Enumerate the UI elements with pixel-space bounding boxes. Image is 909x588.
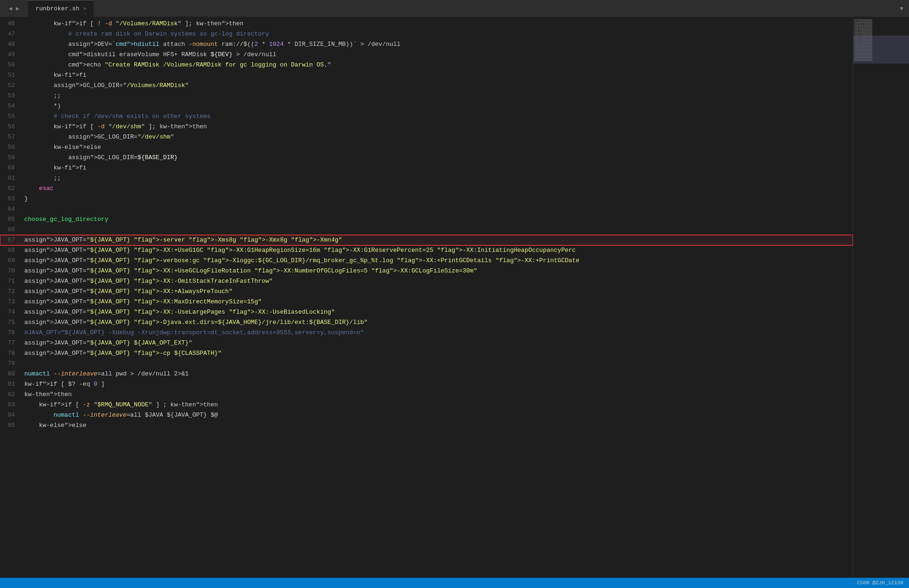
line-number: 70	[0, 266, 22, 276]
line-number: 59	[0, 153, 22, 163]
line-content: assign">JAVA_OPT="${JAVA_OPT} "flag">-XX…	[22, 276, 853, 287]
line-content: cmd">diskutil eraseVolume HFS+ RAMDisk $…	[22, 50, 853, 60]
code-line-83: 83 kw-if">if [ -z "$RMQ_NUMA_NODE" ] ; k…	[0, 400, 853, 410]
line-number: 77	[0, 338, 22, 348]
code-line-78: 78assign">JAVA_OPT="${JAVA_OPT} "flag">-…	[0, 348, 853, 359]
code-line-50: 50 cmd">echo "Create RAMDisk /Volumes/RA…	[0, 60, 853, 70]
line-number: 80	[0, 369, 22, 379]
code-line-72: 72assign">JAVA_OPT="${JAVA_OPT} "flag">-…	[0, 287, 853, 297]
code-line-53: 53 ;;	[0, 91, 853, 101]
line-number: 55	[0, 111, 22, 122]
line-number: 64	[0, 204, 22, 214]
line-number: 84	[0, 410, 22, 420]
line-content: kw-then">then	[22, 390, 853, 400]
line-content: assign">JAVA_OPT="${JAVA_OPT} "flag">-XX…	[22, 307, 853, 317]
code-line-66: 66	[0, 225, 853, 235]
line-number: 79	[0, 359, 22, 369]
main-content: 46 kw-if">if [ ! -d "/Volumes/RAMDisk" ]…	[0, 17, 909, 578]
line-content: assign">GC_LOG_DIR="/Volumes/RAMDisk"	[22, 81, 853, 91]
line-number: 71	[0, 276, 22, 287]
line-content: assign">JAVA_OPT="${JAVA_OPT} "flag">-XX…	[22, 287, 853, 297]
code-line-57: 57 assign">GC_LOG_DIR="/dev/shm"	[0, 132, 853, 142]
line-content: assign">JAVA_OPT="${JAVA_OPT} "flag">-cp…	[22, 348, 853, 359]
code-line-68: 68assign">JAVA_OPT="${JAVA_OPT} "flag">-…	[0, 245, 853, 256]
line-number: 68	[0, 245, 22, 256]
code-line-51: 51 kw-fi">fi	[0, 70, 853, 81]
nav-left-arrow[interactable]: ◀	[9, 5, 12, 12]
line-content: }	[22, 194, 853, 204]
code-line-82: 82kw-then">then	[0, 390, 853, 400]
line-number: 53	[0, 91, 22, 101]
line-content: assign">GC_LOG_DIR=${BASE_DIR}	[22, 153, 853, 163]
line-content: esac	[22, 184, 853, 194]
line-content: assign">GC_LOG_DIR="/dev/shm"	[22, 132, 853, 142]
line-number: 76	[0, 328, 22, 338]
code-line-76: 76#JAVA_OPT="${JAVA_OPT} -Xdebug -Xrunjd…	[0, 328, 853, 338]
code-line-47: 47 # create ram disk on Darwin systems a…	[0, 29, 853, 39]
top-bar-right: ▼	[900, 5, 909, 12]
line-number: 58	[0, 142, 22, 153]
line-number: 46	[0, 19, 22, 29]
code-line-80: 80numactl --interleave=all pwd > /dev/nu…	[0, 369, 853, 379]
line-content: kw-fi">fi	[22, 70, 853, 81]
line-content: ;;	[22, 173, 853, 184]
line-number: 48	[0, 39, 22, 50]
code-line-73: 73assign">JAVA_OPT="${JAVA_OPT} "flag">-…	[0, 297, 853, 307]
line-number: 83	[0, 400, 22, 410]
line-number: 63	[0, 194, 22, 204]
code-line-52: 52 assign">GC_LOG_DIR="/Volumes/RAMDisk"	[0, 81, 853, 91]
code-line-74: 74assign">JAVA_OPT="${JAVA_OPT} "flag">-…	[0, 307, 853, 317]
code-line-59: 59 assign">GC_LOG_DIR=${BASE_DIR}	[0, 153, 853, 163]
code-line-56: 56 kw-if">if [ -d "/dev/shm" ]; kw-then"…	[0, 122, 853, 132]
line-number: 54	[0, 101, 22, 111]
line-number: 82	[0, 390, 22, 400]
line-content: # check if /dev/shm exists on other syst…	[22, 111, 853, 122]
line-content: assign">JAVA_OPT="${JAVA_OPT} "flag">-Dj…	[22, 317, 853, 328]
code-line-85: 85 kw-else">else	[0, 420, 853, 431]
line-number: 81	[0, 379, 22, 390]
code-line-67: 67assign">JAVA_OPT="${JAVA_OPT} "flag">-…	[0, 235, 853, 245]
line-content: kw-if">if [ ! -d "/Volumes/RAMDisk" ]; k…	[22, 19, 853, 29]
code-line-64: 64	[0, 204, 853, 214]
line-number: 49	[0, 50, 22, 60]
file-tab[interactable]: runbroker.sh ×	[28, 0, 94, 17]
csdn-badge: CSDN @ZJH_12138	[857, 580, 903, 586]
line-content: #JAVA_OPT="${JAVA_OPT} -Xdebug -Xrunjdwp…	[22, 328, 853, 338]
code-line-84: 84 numactl --interleave=all $JAVA ${JAVA…	[0, 410, 853, 420]
tab-close-button[interactable]: ×	[83, 6, 87, 12]
line-number: 51	[0, 70, 22, 81]
dropdown-arrow-icon[interactable]: ▼	[900, 6, 903, 12]
code-area: 46 kw-if">if [ ! -d "/Volumes/RAMDisk" ]…	[0, 17, 853, 578]
code-line-70: 70assign">JAVA_OPT="${JAVA_OPT} "flag">-…	[0, 266, 853, 276]
line-number: 47	[0, 29, 22, 39]
line-content: ;;	[22, 91, 853, 101]
code-line-58: 58 kw-else">else	[0, 142, 853, 153]
line-content: choose_gc_log_directory	[22, 214, 853, 225]
line-content: numactl --interleave=all pwd > /dev/null…	[22, 369, 853, 379]
line-number: 73	[0, 297, 22, 307]
code-line-77: 77assign">JAVA_OPT="${JAVA_OPT} ${JAVA_O…	[0, 338, 853, 348]
line-content: kw-else">else	[22, 420, 853, 431]
code-line-48: 48 assign">DEV=`cmd">hdiutil attach -nom…	[0, 39, 853, 50]
tab-filename: runbroker.sh	[36, 5, 80, 12]
code-line-71: 71assign">JAVA_OPT="${JAVA_OPT} "flag">-…	[0, 276, 853, 287]
code-line-61: 61 ;;	[0, 173, 853, 184]
nav-right-arrow[interactable]: ▶	[16, 5, 19, 12]
line-content: kw-fi">fi	[22, 163, 853, 173]
code-line-49: 49 cmd">diskutil eraseVolume HFS+ RAMDis…	[0, 50, 853, 60]
line-content: cmd">echo "Create RAMDisk /Volumes/RAMDi…	[22, 60, 853, 70]
line-number: 67	[0, 235, 22, 245]
line-content: kw-if">if [ $? -eq 0 ]	[22, 379, 853, 390]
line-content: assign">JAVA_OPT="${JAVA_OPT} "flag">-XX…	[22, 297, 853, 307]
line-content: assign">DEV=`cmd">hdiutil attach -nomoun…	[22, 39, 853, 50]
line-number: 66	[0, 225, 22, 235]
line-number: 75	[0, 317, 22, 328]
code-line-65: 65choose_gc_log_directory	[0, 214, 853, 225]
line-content: kw-else">else	[22, 142, 853, 153]
line-number: 62	[0, 184, 22, 194]
line-content: kw-if">if [ -z "$RMQ_NUMA_NODE" ] ; kw-t…	[22, 400, 853, 410]
line-content: # create ram disk on Darwin systems as g…	[22, 29, 853, 39]
line-content: assign">JAVA_OPT="${JAVA_OPT} ${JAVA_OPT…	[22, 338, 853, 348]
line-content: *)	[22, 101, 853, 111]
code-line-75: 75assign">JAVA_OPT="${JAVA_OPT} "flag">-…	[0, 317, 853, 328]
